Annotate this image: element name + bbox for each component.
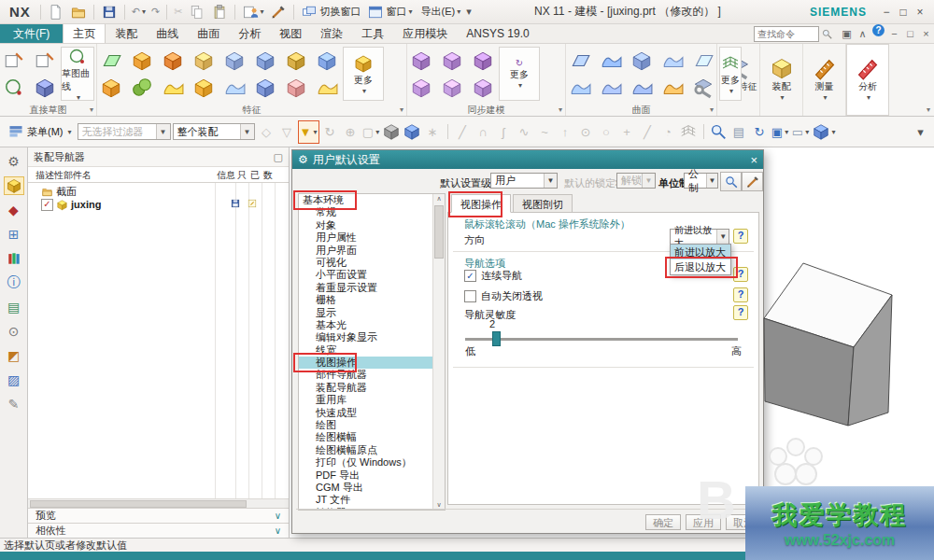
touch-mode-icon[interactable] [268, 3, 289, 21]
units-combo[interactable]: 公制 ▼ [684, 173, 718, 189]
helix-icon[interactable]: ~ [535, 121, 555, 143]
defaults-tree-item-用户属性[interactable]: 用户属性 [299, 231, 433, 244]
offset-face-icon[interactable] [315, 76, 339, 100]
line-icon[interactable]: ╱ [453, 121, 473, 143]
touch-assist-icon[interactable]: ✎ [4, 395, 24, 413]
defaults-tree-item-视图操作[interactable]: 视图操作 [299, 357, 433, 369]
tab-file[interactable]: 文件(F) [0, 24, 63, 43]
tab-曲线[interactable]: 曲线 [147, 24, 188, 43]
assemblies-button[interactable]: 装配▾ [760, 44, 803, 116]
unite-icon[interactable] [130, 76, 154, 100]
feature-more-button[interactable]: 更多▾ [343, 47, 384, 101]
shaded-view-icon[interactable] [382, 121, 402, 143]
ok-button[interactable]: 确定 [645, 514, 681, 530]
replace-face-icon[interactable] [409, 76, 433, 100]
system-materials-icon[interactable]: ▨ [4, 371, 24, 389]
tab-装配[interactable]: 装配 [106, 24, 147, 43]
chevron-down-icon[interactable]: ▼ [240, 124, 254, 139]
part-navigator-icon[interactable]: ⊞ [4, 225, 24, 244]
zoom-icon[interactable] [709, 121, 729, 143]
shell-icon[interactable] [99, 76, 123, 100]
defaults-tree-item-JT 文件[interactable]: JT 文件 [299, 494, 433, 506]
tab-工具[interactable]: 工具 [352, 24, 393, 43]
pan-icon[interactable]: ▤ [729, 121, 749, 143]
rotate-view-icon[interactable]: ↻ [750, 121, 770, 143]
synchronous-more-button[interactable]: ↻更多▾ [499, 47, 540, 101]
manage-defaults-button[interactable] [742, 172, 763, 191]
defaults-tree-item-可视化[interactable]: 可视化 [299, 257, 433, 269]
extract-geometry-icon[interactable]: ◔ [658, 121, 678, 143]
navigator-hscrollbar[interactable] [28, 498, 289, 508]
extrude-icon[interactable] [130, 49, 154, 73]
defaults-tree-item-打印（仅 Windows）[interactable]: 打印（仅 Windows） [299, 456, 433, 469]
trimmed-sheet-icon[interactable] [660, 76, 685, 100]
collapse-ribbon-icon[interactable]: ∧ [855, 24, 870, 43]
split-body-icon[interactable] [284, 76, 308, 100]
defaults-tree-item-部件导航器[interactable]: 部件导航器 [299, 369, 433, 381]
history-icon[interactable]: ▤ [4, 298, 24, 316]
column-只[interactable]: 只 [237, 169, 247, 182]
app-close-button[interactable]: × [912, 6, 928, 19]
defaults-tree-item-编辑对象显示[interactable]: 编辑对象显示 [299, 331, 433, 343]
column-name[interactable]: 描述性部件名 [35, 169, 92, 182]
hole-icon[interactable] [253, 49, 277, 73]
checkbox-checked-icon[interactable]: ✓ [464, 270, 476, 282]
tab-view-section[interactable]: 视图剖切 [513, 194, 573, 213]
defaults-tree-item-CGM 导出[interactable]: CGM 导出 [299, 482, 433, 494]
selection-filter-icon[interactable]: ▽ [277, 121, 297, 143]
tab-曲面[interactable]: 曲面 [188, 24, 229, 43]
undo-icon[interactable]: ↶▾ [130, 5, 148, 19]
defaults-tree-item-对象[interactable]: 对象 [299, 219, 433, 231]
chevron-down-icon[interactable]: ▼ [544, 174, 557, 188]
datum-plane-icon[interactable] [99, 49, 123, 73]
handle-icon[interactable]: ⊕ [341, 121, 361, 143]
command-search-input[interactable] [754, 26, 819, 42]
defaults-tree-item-常规[interactable]: 常规 [299, 206, 433, 218]
defaults-tree-item-绘图横幅[interactable]: 绘图横幅 [299, 431, 433, 443]
reuse-library-icon[interactable] [4, 249, 24, 268]
constraint-navigator-icon[interactable]: ◆ [4, 201, 24, 219]
defaults-tree-item-绘图[interactable]: 绘图 [299, 419, 433, 431]
scroll-up-icon[interactable]: ∧ [433, 194, 445, 203]
app-minimize-button[interactable]: − [878, 6, 895, 19]
defaults-tree-item-着重显示设置[interactable]: 着重显示设置 [299, 282, 433, 294]
defaults-tree-item-重用库[interactable]: 重用库 [299, 394, 433, 406]
render-style-icon[interactable]: ▾ [812, 121, 836, 143]
assembly-navigator-icon[interactable] [4, 176, 24, 195]
tab-ANSYS 19.0[interactable]: ANSYS 19.0 [457, 24, 538, 43]
continuous-navigation-checkbox[interactable]: ✓ 连续导航 [464, 269, 522, 283]
selection-scope-combo[interactable]: 整个装配 ▼ [173, 123, 255, 140]
point-icon[interactable]: + [617, 121, 637, 143]
defaults-tree-item-小平面设置[interactable]: 小平面设置 [299, 269, 433, 281]
lattice-icon[interactable] [679, 121, 699, 143]
resize-blend-icon[interactable] [471, 76, 495, 100]
sweep-icon[interactable] [161, 76, 185, 100]
paste-icon[interactable] [209, 3, 230, 21]
checkbox-checked-icon[interactable]: ✓ [41, 199, 53, 211]
delete-face-icon[interactable] [440, 76, 464, 100]
circle-tool-icon[interactable]: ⊙ [576, 121, 596, 143]
help-icon[interactable]: ? [733, 305, 748, 320]
snap-point-icon[interactable]: ◇ [257, 121, 276, 143]
fullscreen-icon[interactable]: ▣ [839, 24, 855, 43]
offset-surface-icon[interactable] [630, 76, 654, 100]
level-combo[interactable]: 用户 ▼ [490, 173, 558, 189]
tree-vscrollbar[interactable]: ∧ ∨ [432, 194, 445, 510]
lasso-icon[interactable]: ▢▾ [361, 121, 381, 143]
open-file-icon[interactable] [68, 3, 89, 21]
process-studio-icon[interactable]: ⊙ [4, 322, 24, 341]
defaults-tree-item-基本光[interactable]: 基本光 [299, 319, 433, 331]
edge-blend-icon[interactable] [191, 76, 216, 100]
chevron-down-icon[interactable]: ▾ [710, 105, 714, 116]
auto-perspective-checkbox[interactable]: 自动关闭透视 [464, 289, 543, 303]
dropdown-option-zoom-forward[interactable]: 前进以放大 [671, 245, 730, 259]
window-style-icon[interactable]: ▭▾ [791, 121, 811, 143]
tab-主页[interactable]: 主页 [63, 24, 106, 43]
wireframe-view-icon[interactable] [403, 121, 422, 143]
revolve-icon[interactable] [161, 49, 185, 73]
app-maximize-button[interactable]: □ [895, 6, 912, 19]
surface-more-button[interactable]: 更多▾ [719, 47, 742, 101]
help-icon[interactable]: ? [872, 24, 884, 36]
tab-渲染[interactable]: 渲染 [311, 24, 352, 43]
selection-filter-combo[interactable]: 无选择过滤器 ▼ [78, 123, 171, 140]
